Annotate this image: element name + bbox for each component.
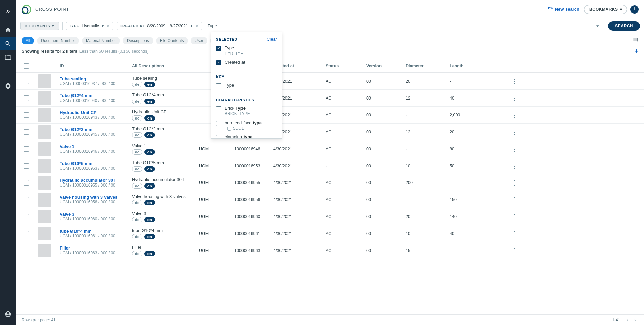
lang-de[interactable]: de — [132, 183, 142, 189]
chip-all[interactable]: All — [22, 37, 34, 44]
col-diameter[interactable]: Diameter — [404, 64, 448, 68]
row-checkbox[interactable] — [24, 214, 29, 219]
lang-de[interactable]: de — [132, 115, 142, 121]
thumbnail[interactable] — [38, 193, 51, 207]
type-filter-remove[interactable]: ✕ — [106, 23, 110, 29]
nav-search[interactable] — [0, 37, 16, 50]
lang-en[interactable]: en — [144, 99, 155, 104]
row-more-button[interactable]: ⋮ — [506, 111, 524, 119]
nav-expand-button[interactable]: » — [3, 4, 13, 17]
row-checkbox[interactable] — [24, 95, 29, 101]
item-title-link[interactable]: Valve 3 — [60, 212, 129, 217]
filter-settings-button[interactable] — [593, 20, 603, 32]
dropdown-item[interactable]: clamping typeTI_LAM — [211, 133, 282, 139]
dropdown-item[interactable]: Brick TypeBRICK_TYPE — [211, 104, 282, 118]
lang-de[interactable]: de — [132, 234, 142, 239]
row-more-button[interactable]: ⋮ — [506, 213, 524, 220]
checkbox[interactable]: ✓ — [216, 46, 221, 51]
lang-en[interactable]: en — [144, 149, 155, 155]
thumbnail[interactable] — [38, 244, 51, 257]
row-more-button[interactable]: ⋮ — [506, 94, 524, 102]
prev-page[interactable]: ‹ — [624, 317, 631, 323]
thumbnail[interactable] — [38, 210, 51, 223]
lang-en[interactable]: en — [144, 183, 155, 189]
chip-document-number[interactable]: Document Number — [37, 37, 79, 44]
checkbox[interactable] — [216, 83, 221, 88]
row-more-button[interactable]: ⋮ — [506, 145, 524, 153]
thumbnail[interactable] — [38, 142, 51, 156]
lang-en[interactable]: en — [144, 132, 155, 138]
row-checkbox[interactable] — [24, 180, 29, 186]
thumbnail[interactable] — [38, 108, 51, 122]
search-input[interactable] — [206, 22, 590, 30]
item-title-link[interactable]: Valve 1 — [60, 144, 129, 149]
item-title-link[interactable]: Tube Ø12*2 mm — [60, 127, 129, 132]
row-checkbox[interactable] — [24, 112, 29, 118]
item-title-link[interactable]: Filler — [60, 245, 129, 251]
new-search-link[interactable]: New search — [548, 7, 579, 12]
item-title-link[interactable]: Hydraulic Unit CP — [60, 110, 129, 115]
col-descriptions[interactable]: All Descriptions — [131, 64, 198, 68]
row-checkbox[interactable] — [24, 163, 29, 169]
created-filter-chip[interactable]: CREATED AT 8/20/2009 .. 8/27/2021 ▾ ✕ — [117, 22, 202, 30]
chip-material-number[interactable]: Material Number — [82, 37, 120, 44]
nav-home[interactable] — [0, 23, 16, 37]
row-more-button[interactable]: ⋮ — [506, 230, 524, 237]
item-title-link[interactable]: tube Ø10*4 mm — [60, 229, 129, 234]
add-column-button[interactable]: + — [634, 47, 639, 56]
item-title-link[interactable]: Tube sealing — [60, 76, 129, 81]
thumbnail[interactable] — [38, 176, 51, 190]
thumbnail[interactable] — [38, 91, 51, 105]
search-button[interactable]: SEARCH — [608, 21, 640, 31]
lang-en[interactable]: en — [144, 251, 155, 256]
checkbox[interactable] — [216, 121, 221, 126]
chip-file-contents[interactable]: File Contents — [156, 37, 188, 44]
lang-de[interactable]: de — [132, 99, 142, 104]
type-filter-chip[interactable]: TYPE Hydraulic ▾ ✕ — [66, 22, 113, 30]
lang-en[interactable]: en — [144, 82, 155, 87]
dropdown-clear[interactable]: Clear — [267, 37, 277, 42]
thumbnail[interactable] — [38, 227, 51, 240]
row-more-button[interactable]: ⋮ — [506, 247, 524, 254]
dropdown-item[interactable]: ✓Created at — [211, 58, 282, 67]
lang-en[interactable]: en — [144, 234, 155, 239]
row-more-button[interactable]: ⋮ — [506, 162, 524, 170]
nav-folder[interactable] — [0, 50, 16, 64]
item-title-link[interactable]: Tube Ø10*5 mm — [60, 161, 129, 166]
row-checkbox[interactable] — [24, 79, 29, 84]
chip-descriptions[interactable]: Descriptions — [123, 37, 153, 44]
lang-de[interactable]: de — [132, 132, 142, 138]
lang-en[interactable]: en — [144, 200, 155, 205]
lang-de[interactable]: de — [132, 166, 142, 172]
item-title-link[interactable]: Hydraulic accumulator 30 l — [60, 178, 129, 183]
thumbnail[interactable] — [38, 125, 51, 139]
col-version[interactable]: Version — [365, 64, 404, 68]
checkbox[interactable] — [216, 106, 221, 111]
lang-en[interactable]: en — [144, 217, 155, 222]
row-more-button[interactable]: ⋮ — [506, 78, 524, 85]
select-all-checkbox[interactable] — [24, 63, 29, 69]
lang-de[interactable]: de — [132, 82, 142, 87]
checkbox[interactable]: ✓ — [216, 60, 221, 65]
documents-select[interactable]: DOCUMENTS ▾ — [20, 22, 59, 30]
lang-en[interactable]: en — [144, 115, 155, 121]
nav-settings[interactable] — [0, 79, 16, 93]
dropdown-item[interactable]: ✓TypeHYD_TYPE — [211, 44, 282, 58]
col-length[interactable]: Length — [448, 64, 506, 68]
lang-de[interactable]: de — [132, 251, 142, 256]
dropdown-item[interactable]: burr, end face typeTI_FSDCD — [211, 118, 282, 133]
bookmarks-button[interactable]: BOOKMARKS ▾ — [584, 5, 627, 14]
col-id[interactable]: ID — [58, 64, 131, 68]
checkbox[interactable] — [216, 135, 221, 139]
row-more-button[interactable]: ⋮ — [506, 128, 524, 136]
side-panel-toggle[interactable] — [632, 37, 639, 44]
row-checkbox[interactable] — [24, 197, 29, 202]
dropdown-item[interactable]: Type — [211, 81, 282, 90]
next-page[interactable]: › — [631, 317, 639, 323]
lang-de[interactable]: de — [132, 200, 142, 205]
lang-en[interactable]: en — [144, 166, 155, 172]
nav-user[interactable] — [0, 307, 16, 321]
row-more-button[interactable]: ⋮ — [506, 196, 524, 203]
row-checkbox[interactable] — [24, 129, 29, 135]
thumbnail[interactable] — [38, 159, 51, 173]
